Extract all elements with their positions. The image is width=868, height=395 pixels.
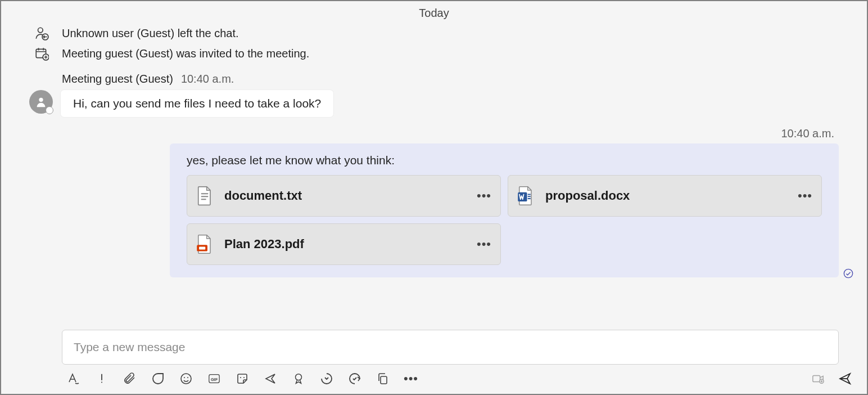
incoming-message: Meeting guest (Guest) 10:40 a.m. Hi, can… (1, 73, 867, 117)
message-text: yes, please let me know what you think: (187, 154, 822, 167)
composer-toolbar: GIF ••• (62, 371, 839, 386)
svg-point-14 (240, 377, 241, 378)
message-bubble-incoming[interactable]: Hi, can you send me files I need to take… (61, 90, 333, 117)
updates-icon[interactable] (347, 371, 362, 386)
actions-icon[interactable] (263, 371, 278, 386)
system-event-user-left: Unknown user (Guest) left the chat. (1, 23, 867, 43)
composer: GIF ••• (1, 330, 867, 394)
message-sender: Meeting guest (Guest) (62, 73, 173, 86)
svg-point-9 (181, 374, 191, 384)
svg-text:GIF: GIF (211, 377, 218, 382)
video-clip-icon[interactable] (811, 372, 825, 385)
word-file-icon (516, 185, 535, 207)
message-timestamp: 10:40 a.m. (181, 73, 234, 86)
viva-icon[interactable] (319, 371, 334, 386)
message-bubble-outgoing[interactable]: yes, please let me know what you think: … (170, 143, 839, 277)
svg-point-16 (296, 374, 302, 380)
pdf-file-icon (195, 234, 214, 255)
message-timestamp: 10:40 a.m. (781, 127, 839, 140)
file-more-button[interactable]: ••• (476, 237, 492, 252)
file-attachment[interactable]: document.txt ••• (187, 175, 501, 217)
system-event-text: Meeting guest (Guest) was invited to the… (62, 47, 309, 60)
approvals-icon[interactable] (291, 371, 306, 386)
meeting-invite-icon (34, 46, 49, 61)
presence-indicator (46, 106, 53, 114)
emoji-icon[interactable] (179, 371, 193, 386)
text-file-icon (195, 185, 214, 207)
file-more-button[interactable]: ••• (797, 188, 813, 203)
more-icon[interactable]: ••• (404, 371, 418, 386)
svg-point-15 (243, 377, 245, 378)
system-event-meeting-invite: Meeting guest (Guest) was invited to the… (1, 43, 867, 64)
gif-icon[interactable]: GIF (207, 371, 221, 386)
svg-rect-7 (199, 246, 205, 249)
file-attachment[interactable]: proposal.docx ••• (508, 175, 822, 217)
copy-icon[interactable] (376, 371, 390, 386)
svg-point-8 (844, 269, 852, 277)
loop-icon[interactable] (151, 371, 165, 386)
format-icon[interactable] (66, 371, 81, 386)
file-name: proposal.docx (545, 188, 786, 203)
sent-check-icon (843, 268, 853, 279)
message-text: Hi, can you send me files I need to take… (73, 97, 321, 110)
send-button[interactable] (838, 372, 852, 385)
attach-icon[interactable] (123, 371, 137, 386)
priority-icon[interactable] (94, 371, 109, 386)
person-left-icon (34, 25, 49, 41)
outgoing-message: 10:40 a.m. yes, please let me know what … (1, 127, 867, 277)
message-input[interactable] (62, 330, 839, 365)
file-more-button[interactable]: ••• (476, 188, 492, 203)
file-name: document.txt (224, 188, 465, 203)
file-name: Plan 2023.pdf (224, 237, 465, 252)
svg-point-4 (39, 98, 43, 102)
svg-point-10 (184, 377, 185, 378)
file-attachment[interactable]: Plan 2023.pdf ••• (187, 223, 501, 265)
svg-rect-18 (813, 376, 820, 382)
svg-rect-5 (518, 192, 527, 201)
system-event-text: Unknown user (Guest) left the chat. (62, 27, 239, 40)
sticker-icon[interactable] (235, 371, 250, 386)
svg-point-11 (187, 377, 188, 378)
svg-point-0 (38, 28, 43, 33)
date-separator: Today (1, 1, 867, 23)
svg-rect-17 (381, 376, 387, 384)
avatar[interactable] (29, 90, 53, 114)
